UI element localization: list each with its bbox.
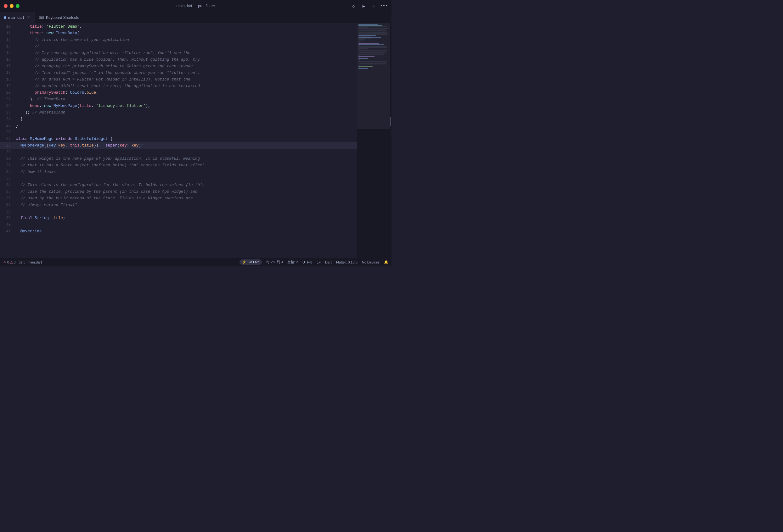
line-code[interactable]: // case the title) provided by the paren… bbox=[16, 188, 357, 195]
line-code[interactable]: ); // MaterialApp bbox=[16, 109, 357, 116]
line-code[interactable]: // counter didn't reset back to zero; th… bbox=[16, 83, 357, 89]
code-line-18: 18 // or press Run > Flutter Hot Reload … bbox=[0, 76, 357, 83]
window-title: main.dart — pro_flutter bbox=[177, 4, 215, 8]
line-code[interactable]: theme: new ThemeData( bbox=[16, 30, 357, 36]
traffic-lights bbox=[4, 4, 20, 8]
line-number: 17 bbox=[0, 69, 16, 76]
line-code[interactable]: home: new MyHomePage(title: 'lishaoy.net… bbox=[16, 102, 357, 109]
line-code[interactable]: final String title; bbox=[16, 215, 357, 221]
status-errors[interactable]: ⚠ 0 △ 0 bbox=[3, 260, 15, 264]
line-code[interactable]: // application has a blue toolbar. Then,… bbox=[16, 56, 357, 63]
line-code[interactable]: title: 'Flutter Demo', bbox=[16, 23, 357, 30]
minimap[interactable] bbox=[357, 23, 392, 258]
code-line-41: 41 @override bbox=[0, 228, 357, 235]
devices-text: No Devices bbox=[362, 260, 380, 264]
flutter-version-text: Flutter: 0.10.0 bbox=[336, 260, 357, 264]
status-dart-info[interactable]: dart | main.dart bbox=[19, 260, 42, 264]
line-code[interactable] bbox=[16, 175, 357, 182]
code-line-15: 15 // application has a blue toolbar. Th… bbox=[0, 56, 357, 63]
code-line-32: 32 // how it looks. bbox=[0, 169, 357, 175]
close-button[interactable] bbox=[4, 4, 7, 8]
code-line-35: 35 // case the title) provided by the pa… bbox=[0, 188, 357, 195]
line-code[interactable]: // "hot reload" (press "r" in the consol… bbox=[16, 69, 357, 76]
line-code[interactable] bbox=[16, 149, 357, 155]
language-text: Dart bbox=[325, 260, 332, 264]
file-info-text: main.dart bbox=[27, 260, 42, 264]
code-line-28: 28 MyHomePage({Key key, this.title}) : s… bbox=[0, 142, 357, 149]
line-number: 10 bbox=[0, 23, 16, 30]
line-code[interactable]: // bbox=[16, 43, 357, 50]
minimap-scrollbar[interactable] bbox=[390, 117, 391, 126]
status-bell[interactable]: 🔔 bbox=[384, 260, 388, 264]
code-line-24: 24 } bbox=[0, 116, 357, 122]
tab-label: main.dart bbox=[8, 15, 24, 20]
code-line-10: 10 title: 'Flutter Demo', bbox=[0, 23, 357, 30]
status-spaces[interactable]: 空格: 2 bbox=[287, 260, 298, 264]
minimize-button[interactable] bbox=[10, 4, 13, 8]
line-number: 36 bbox=[0, 195, 16, 202]
tab-main-dart[interactable]: main.dart ✕ bbox=[0, 12, 35, 23]
line-code[interactable]: // how it looks. bbox=[16, 169, 357, 175]
status-bar: ⚠ 0 △ 0 dart | main.dart ⚡ Go Live 行 28,… bbox=[0, 258, 392, 266]
more-actions-button[interactable]: ••• bbox=[380, 2, 388, 10]
line-ending-text: LF bbox=[317, 260, 321, 264]
line-code[interactable] bbox=[16, 208, 357, 215]
line-code[interactable] bbox=[16, 129, 357, 135]
line-code[interactable]: // used by the build method of the State… bbox=[16, 195, 357, 202]
status-right: ⚡ Go Live 行 28, 列 3 空格: 2 UTF-8 LF Dart … bbox=[240, 259, 388, 265]
line-code[interactable]: // that it has a State object (defined b… bbox=[16, 162, 357, 169]
line-code[interactable]: // This widget is the home page of your … bbox=[16, 155, 357, 162]
tab-close-button[interactable]: ✕ bbox=[26, 15, 31, 20]
line-code[interactable]: // This is the theme of your application… bbox=[16, 36, 357, 43]
code-line-30: 30 // This widget is the home page of yo… bbox=[0, 155, 357, 162]
line-code[interactable]: // changing the primarySwatch below to C… bbox=[16, 63, 357, 69]
line-code[interactable] bbox=[16, 221, 357, 228]
line-code[interactable]: class MyHomePage extends StatefulWidget … bbox=[16, 135, 357, 142]
go-live-button[interactable]: ⚡ Go Live bbox=[240, 259, 262, 265]
status-language[interactable]: Dart bbox=[325, 260, 332, 264]
line-number: 19 bbox=[0, 83, 16, 89]
keyboard-icon: ⌨ bbox=[39, 15, 44, 20]
status-flutter[interactable]: Flutter: 0.10.0 bbox=[336, 260, 357, 264]
title-bar: main.dart — pro_flutter ◇ ▶ ⊞ ••• bbox=[0, 0, 392, 12]
status-left: ⚠ 0 △ 0 dart | main.dart bbox=[3, 260, 42, 264]
line-code[interactable]: ), // ThemeData bbox=[16, 96, 357, 102]
line-code[interactable]: @override bbox=[16, 228, 357, 235]
line-number: 20 bbox=[0, 89, 16, 96]
line-code[interactable]: MyHomePage({Key key, this.title}) : supe… bbox=[16, 142, 357, 149]
line-number: 13 bbox=[0, 43, 16, 50]
bell-icon: 🔔 bbox=[384, 260, 388, 264]
line-code[interactable]: // Try running your application with "fl… bbox=[16, 50, 357, 56]
code-line-27: 27 class MyHomePage extends StatefulWidg… bbox=[0, 135, 357, 142]
line-code[interactable]: primarySwatch: Colors.blue, bbox=[16, 89, 357, 96]
status-position[interactable]: 行 28, 列 3 bbox=[266, 260, 283, 264]
status-encoding[interactable]: UTF-8 bbox=[303, 260, 312, 264]
warning-count: 0 bbox=[13, 260, 15, 264]
maximize-button[interactable] bbox=[16, 4, 20, 8]
code-line-16: 16 // changing the primarySwatch below t… bbox=[0, 63, 357, 69]
line-code[interactable]: // always marked "final". bbox=[16, 202, 357, 208]
status-devices[interactable]: No Devices bbox=[362, 260, 380, 264]
code-line-17: 17 // "hot reload" (press "r" in the con… bbox=[0, 69, 357, 76]
code-scroll-area[interactable]: 10 title: 'Flutter Demo', 11 theme: new … bbox=[0, 23, 357, 258]
line-number: 38 bbox=[0, 208, 16, 215]
code-editor[interactable]: 10 title: 'Flutter Demo', 11 theme: new … bbox=[0, 23, 357, 258]
code-line-26: 26 bbox=[0, 129, 357, 135]
line-code[interactable]: } bbox=[16, 116, 357, 122]
code-line-13: 13 // bbox=[0, 43, 357, 50]
line-number: 33 bbox=[0, 175, 16, 182]
line-number: 40 bbox=[0, 221, 16, 228]
tab-keyboard-shortcuts[interactable]: ⌨ Keyboard Shortcuts bbox=[35, 12, 83, 23]
status-line-ending[interactable]: LF bbox=[317, 260, 321, 264]
source-control-icon[interactable]: ◇ bbox=[349, 2, 358, 10]
code-table: 10 title: 'Flutter Demo', 11 theme: new … bbox=[0, 23, 357, 235]
line-code[interactable]: } bbox=[16, 122, 357, 129]
line-number: 37 bbox=[0, 202, 16, 208]
line-code[interactable]: // This class is the configuration for t… bbox=[16, 182, 357, 188]
line-code[interactable]: // or press Run > Flutter Hot Reload in … bbox=[16, 76, 357, 83]
code-line-38: 38 bbox=[0, 208, 357, 215]
run-button[interactable]: ▶ bbox=[359, 2, 368, 10]
code-line-14: 14 // Try running your application with … bbox=[0, 50, 357, 56]
split-editor-button[interactable]: ⊞ bbox=[370, 2, 378, 10]
spaces-text: 空格: 2 bbox=[287, 260, 298, 264]
